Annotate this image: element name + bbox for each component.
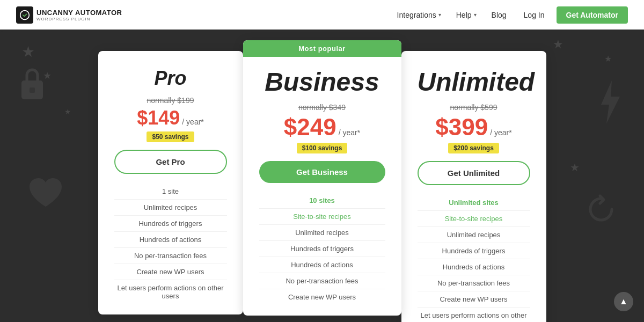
nav-help[interactable]: Help ▾ <box>451 8 482 23</box>
business-savings-badge: $100 savings <box>297 143 348 153</box>
login-link[interactable]: Log In <box>516 8 552 23</box>
business-plan-name: Business <box>259 67 385 97</box>
unlimited-feature-triggers: Hundreds of triggers <box>418 243 530 259</box>
pricing-cards: Pro normally $199 $149 / year* $50 savin… <box>98 40 546 322</box>
pricing-section: Pro normally $199 $149 / year* $50 savin… <box>0 30 644 322</box>
business-price: $249 <box>284 114 336 141</box>
unlimited-feature-sites: Unlimited sites <box>418 195 530 211</box>
business-period: / year* <box>339 128 360 137</box>
nav-blog[interactable]: Blog <box>486 8 512 23</box>
svg-point-0 <box>20 10 30 19</box>
unlimited-feature-fees: No per-transaction fees <box>418 275 530 291</box>
chevron-down-icon: ▾ <box>474 12 477 18</box>
unlimited-plan-name: Unlimited <box>418 67 530 97</box>
pro-features: 1 site Unlimited recipes Hundreds of tri… <box>114 184 227 304</box>
get-automator-button[interactable]: Get Automator <box>557 6 628 24</box>
pro-original-price: normally $199 <box>114 96 227 105</box>
business-price-row: $249 / year* <box>259 114 385 141</box>
pro-feature-sites: 1 site <box>114 184 227 200</box>
business-plan-card: Most popular Business normally $349 $249… <box>243 40 401 316</box>
pro-feature-fees: No per-transaction fees <box>114 248 227 264</box>
pro-feature-triggers: Hundreds of triggers <box>114 216 227 232</box>
pro-feature-users: Create new WP users <box>114 264 227 280</box>
pro-price: $149 <box>137 107 180 129</box>
unlimited-savings-badge: $200 savings <box>448 143 499 153</box>
pro-feature-recipes: Unlimited recipes <box>114 200 227 216</box>
pro-feature-user-actions: Let users perform actions on other users <box>114 280 227 304</box>
nav-integrations[interactable]: Integrations ▾ <box>392 8 447 23</box>
business-original-price: normally $349 <box>259 103 385 112</box>
chevron-down-icon: ▾ <box>438 12 441 18</box>
logo[interactable]: UNCANNY AUTOMATOR WORDPRESS PLUGIN <box>16 6 122 24</box>
logo-text: UNCANNY AUTOMATOR <box>36 9 122 17</box>
business-feature-site-recipes: Site-to-site recipes <box>259 209 385 225</box>
business-feature-recipes: Unlimited recipes <box>259 225 385 241</box>
get-business-button[interactable]: Get Business <box>259 161 385 183</box>
pro-plan-card: Pro normally $199 $149 / year* $50 savin… <box>98 51 243 314</box>
pro-price-row: $149 / year* <box>114 107 227 129</box>
unlimited-price-row: $399 / year* <box>418 114 530 141</box>
pro-feature-actions: Hundreds of actions <box>114 232 227 248</box>
pro-savings-badge: $50 savings <box>147 131 194 142</box>
unlimited-feature-recipes: Unlimited recipes <box>418 227 530 243</box>
unlimited-feature-users: Create new WP users <box>418 291 530 308</box>
business-feature-triggers: Hundreds of triggers <box>259 241 385 257</box>
business-feature-fees: No per-transaction fees <box>259 273 385 289</box>
unlimited-feature-site-recipes: Site-to-site recipes <box>418 211 530 227</box>
business-feature-actions: Hundreds of actions <box>259 257 385 273</box>
logo-subtext: WORDPRESS PLUGIN <box>36 17 122 21</box>
unlimited-feature-actions: Hundreds of actions <box>418 259 530 275</box>
unlimited-feature-user-actions: Let users perform actions on other users <box>418 308 530 322</box>
unlimited-plan-card: Unlimited normally $599 $399 / year* $20… <box>401 51 546 322</box>
unlimited-original-price: normally $599 <box>418 103 530 112</box>
pro-period: / year* <box>182 118 203 126</box>
logo-icon <box>16 6 33 24</box>
get-pro-button[interactable]: Get Pro <box>114 150 227 174</box>
pro-plan-name: Pro <box>114 67 227 90</box>
business-features: 10 sites Site-to-site recipes Unlimited … <box>259 193 385 305</box>
get-unlimited-button[interactable]: Get Unlimited <box>418 161 530 185</box>
most-popular-badge: Most popular <box>243 40 401 57</box>
scroll-to-top-button[interactable]: ▲ <box>614 292 633 311</box>
business-feature-sites: 10 sites <box>259 193 385 209</box>
business-feature-users: Create new WP users <box>259 289 385 305</box>
navbar: UNCANNY AUTOMATOR WORDPRESS PLUGIN Integ… <box>0 0 644 30</box>
unlimited-features: Unlimited sites Site-to-site recipes Unl… <box>418 195 530 322</box>
nav-links: Integrations ▾ Help ▾ Blog Log In Get Au… <box>392 6 628 24</box>
unlimited-price: $399 <box>435 114 488 141</box>
unlimited-period: / year* <box>490 128 511 137</box>
